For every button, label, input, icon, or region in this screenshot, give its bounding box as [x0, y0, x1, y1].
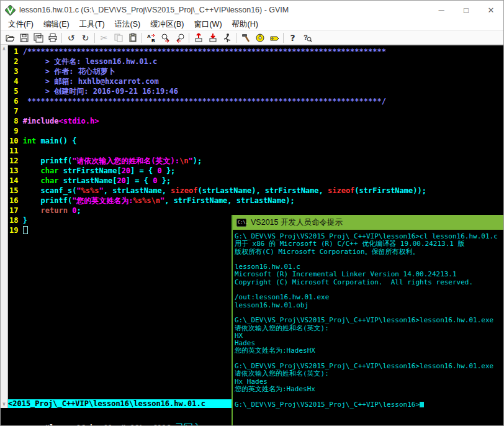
console-title: VS2015 开发人员命令提示 — [251, 217, 343, 228]
help-icon[interactable]: ? — [286, 32, 300, 44]
menu-item-0[interactable]: 文件(F) — [3, 19, 38, 31]
code-line: 16 printf("您的英文姓名为:%s%s\n", strFirstName… — [9, 196, 503, 206]
save-file-icon[interactable] — [17, 32, 31, 44]
svg-text:B: B — [151, 38, 155, 43]
gvim-window: lesson16.hw.01.c (G:\_DEV\VS_Proj\VS2015… — [0, 0, 504, 426]
console-body[interactable]: G:\_DEV\VS_Proj\VS2015_Proj\_C++VIP\less… — [233, 230, 504, 426]
toolbar-separator — [283, 33, 284, 43]
print-icon[interactable] — [45, 32, 60, 44]
code-line: 3 > 作者: 花心胡萝卜 — [9, 66, 503, 76]
console-cursor — [420, 402, 424, 407]
menu-item-4[interactable]: 缓冲区(B) — [145, 19, 189, 31]
close-button[interactable]: ✕ — [479, 1, 503, 19]
code-line: 8#include<stdio.h> — [9, 116, 503, 126]
save-session-icon[interactable] — [205, 32, 220, 44]
line-number: 17 — [9, 206, 18, 215]
title-bar[interactable]: lesson16.hw.01.c (G:\_DEV\VS_Proj\VS2015… — [1, 1, 503, 19]
line-number: 6 — [9, 96, 18, 106]
line-number: 4 — [9, 76, 18, 86]
scroll-up-icon[interactable]: ∧ — [2, 45, 6, 53]
line-number: 14 — [9, 176, 18, 186]
code-line: 5 > 创建时间: 2016-09-21 16:19:46 — [9, 86, 503, 96]
code-line: 17 return 0; — [9, 206, 503, 215]
console-output: G:\_DEV\VS_Proj\VS2015_Proj\_C++VIP\less… — [235, 233, 504, 409]
code-line: 2 > 文件名: lesson16.hw.01.c — [9, 57, 503, 66]
line-number: 12 — [9, 156, 18, 166]
redo-icon[interactable]: ↻ — [78, 32, 92, 44]
run-script-icon[interactable] — [220, 32, 234, 44]
line-number: 9 — [9, 126, 18, 136]
toolbar-separator — [142, 33, 142, 43]
svg-text:A: A — [147, 34, 151, 39]
code-line: 9 — [9, 126, 503, 136]
build-tags-icon[interactable] — [253, 32, 267, 44]
menu-item-3[interactable]: 语法(S) — [110, 19, 146, 31]
jump-to-tag-icon[interactable] — [267, 32, 281, 44]
find-replace-icon[interactable]: AB — [144, 32, 158, 44]
load-session-icon[interactable] — [191, 32, 205, 44]
menu-item-6[interactable]: 帮助(H) — [227, 19, 263, 31]
menu-item-2[interactable]: 工具(T) — [74, 19, 110, 31]
code-line: 15 scanf_s("%s%s", strLastName, sizeof(s… — [9, 186, 503, 196]
minimize-button[interactable]: ─ — [429, 1, 454, 19]
line-number: 8 — [9, 116, 18, 126]
save-all-icon[interactable] — [31, 32, 45, 44]
menu-bar: 文件(F)编辑(E)工具(T)语法(S)缓冲区(B)窗口(W)帮助(H) — [1, 19, 503, 30]
line-number: 7 — [9, 106, 18, 116]
line-number: 5 — [9, 86, 18, 96]
vim-block-cursor — [23, 226, 28, 234]
find-prev-icon[interactable] — [173, 32, 187, 44]
open-file-icon[interactable] — [2, 32, 17, 44]
line-number: 1 — [9, 47, 18, 57]
line-number: 19 — [9, 225, 18, 235]
toolbar-separator — [189, 33, 189, 43]
line-number: 15 — [9, 186, 18, 196]
menu-item-1[interactable]: 编辑(E) — [38, 19, 74, 31]
find-next-icon[interactable] — [158, 32, 173, 44]
code-line: 11 — [9, 146, 503, 156]
code-line: 14 char strLastName[20] = { 0 }; — [9, 176, 503, 186]
toolbar-separator — [236, 33, 236, 43]
cmd-prompt-icon: C:\. — [236, 219, 246, 227]
line-number: 10 — [9, 136, 18, 146]
write-message-cjk: 已写入 — [175, 422, 201, 426]
line-number: 11 — [9, 146, 18, 156]
code-line: 6 **************************************… — [9, 96, 503, 106]
vertical-scrollbar[interactable]: ∧ ∨ — [1, 45, 8, 408]
toolbar-separator — [94, 33, 95, 43]
code-line: 10int main() { — [9, 136, 503, 146]
code-line: 4 > 邮箱: hxhlb@hxcarrot.com — [9, 76, 503, 86]
line-number: 13 — [9, 166, 18, 176]
toolbar: ↺ ↻ ✂ AB — [1, 30, 503, 45]
console-title-bar[interactable]: C:\. VS2015 开发人员命令提示 — [233, 215, 504, 230]
console-window: C:\. VS2015 开发人员命令提示 G:\_DEV\VS_Proj\VS2… — [232, 215, 504, 426]
code-line: 13 char strFirstName[20] = { 0 }; — [9, 166, 503, 176]
make-icon[interactable] — [238, 32, 253, 44]
toolbar-separator — [61, 33, 62, 43]
copy-icon[interactable] — [111, 32, 125, 44]
gvim-app-icon — [5, 5, 16, 16]
paste-icon[interactable] — [125, 32, 140, 44]
code-line: 1/**************************************… — [9, 47, 503, 57]
find-help-icon[interactable]: ? — [300, 32, 314, 44]
cut-icon[interactable]: ✂ — [97, 32, 111, 44]
menu-item-5[interactable]: 窗口(W) — [189, 19, 227, 31]
undo-icon[interactable]: ↺ — [64, 32, 78, 44]
line-number: 2 — [9, 57, 18, 66]
code-line: 7 — [9, 106, 503, 116]
code-line: 12 printf("请依次输入您的姓和名(英文):\n"); — [9, 156, 503, 166]
line-number: 18 — [9, 215, 18, 225]
scroll-down-icon[interactable]: ∨ — [2, 401, 6, 408]
write-message: "lesson16.hw.01.c" 19L, 611C — [45, 424, 176, 426]
line-number: 3 — [9, 66, 18, 76]
maximize-button[interactable]: □ — [454, 1, 479, 19]
window-title: lesson16.hw.01.c (G:\_DEV\VS_Proj\VS2015… — [19, 6, 429, 14]
line-number: 16 — [9, 196, 18, 206]
